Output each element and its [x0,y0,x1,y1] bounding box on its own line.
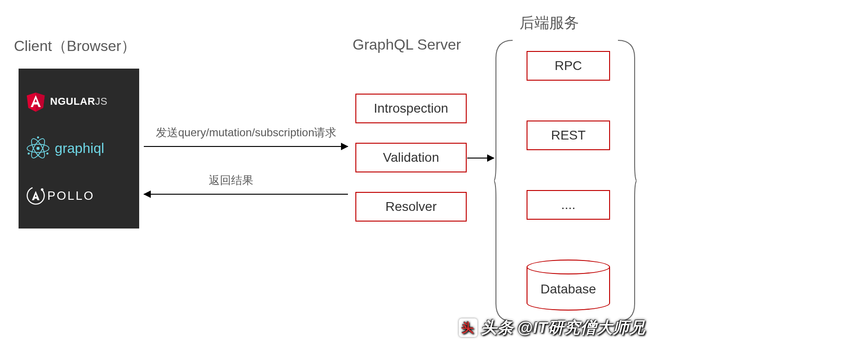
backend-box-rest: REST [527,121,610,150]
server-box-introspection: Introspection [355,94,467,123]
backend-box-rpc: RPC [527,51,610,81]
backend-bracket-icon [494,39,514,322]
database-cylinder-icon: Database [527,260,610,311]
response-arrow-icon [144,194,348,195]
backend-services-panel: RPC REST .... Database [520,51,617,311]
backend-box-etc: .... [527,190,610,220]
backend-bracket-right-icon [617,39,637,322]
angular-text-bold: NGULAR [50,95,95,107]
server-to-backend-arrow-icon [467,158,494,159]
angularjs-logo: NGULARJS [25,83,133,120]
request-label: 发送query/mutation/subscription请求 [156,125,336,140]
response-label: 返回结果 [209,173,253,188]
toutiao-icon: 头 [459,318,477,337]
database-label: Database [527,282,610,297]
graphiql-logo: graphiql [25,130,133,167]
angularjs-text: NGULARJS [50,95,108,108]
apollo-text: POLLO [47,189,95,203]
watermark-prefix: 头条 [481,317,514,338]
svg-point-6 [37,137,39,139]
watermark: 头 头条 @IT研究僧大师兄 [459,317,645,338]
watermark-handle: @IT研究僧大师兄 [517,317,645,338]
svg-point-10 [41,189,44,191]
backend-title: 后端服务 [520,13,579,33]
apollo-logo: POLLO [25,177,133,214]
svg-point-5 [37,147,40,150]
svg-point-7 [46,152,48,154]
angular-text-light: JS [95,95,108,107]
client-title: Client（Browser） [14,36,136,57]
server-title: GraphQL Server [353,36,461,53]
request-arrow-icon [144,146,348,147]
graphiql-text: graphiql [55,140,104,156]
angular-shield-icon [25,90,46,113]
client-stack-panel: NGULARJS graphiql [19,69,139,229]
server-box-resolver: Resolver [355,192,467,222]
apollo-orbit-icon [25,185,46,206]
server-box-validation: Validation [355,143,467,172]
svg-point-9 [25,185,46,206]
svg-point-8 [28,152,30,154]
electron-atom-icon [25,135,51,161]
